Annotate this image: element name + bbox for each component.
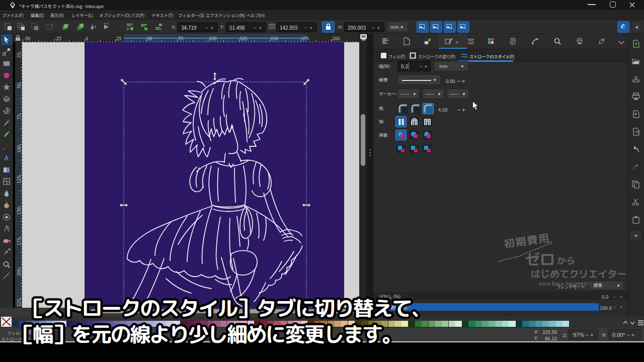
svg-text:［ストロークのスタイル］タブに切り替えて、: ［ストロークのスタイル］タブに切り替えて、 [24,293,431,322]
svg-text:［幅］を元の線より少し細めに変更します。: ［幅］を元の線より少し細めに変更します。 [14,319,401,348]
